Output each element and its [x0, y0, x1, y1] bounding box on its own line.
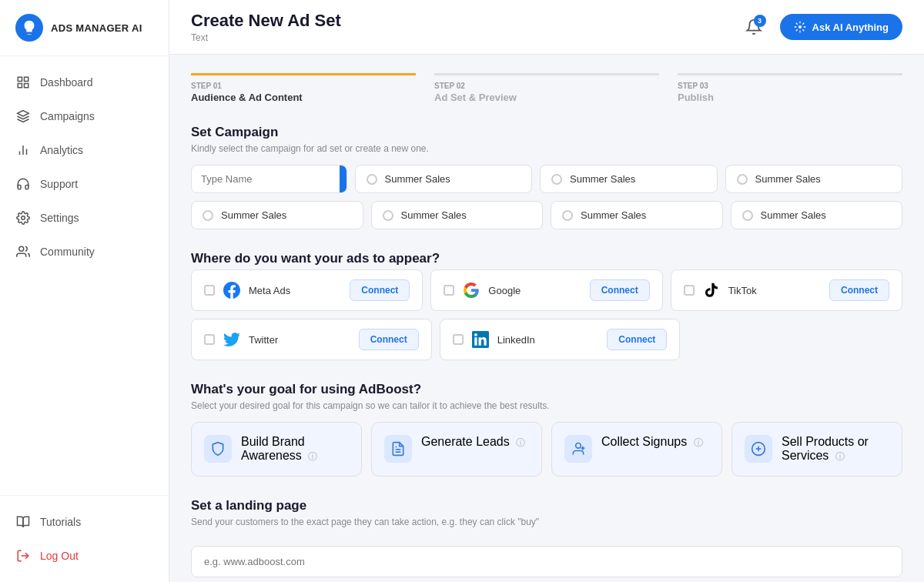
bar-chart-icon — [15, 142, 31, 158]
google-checkbox[interactable] — [444, 285, 454, 296]
sidebar-item-campaigns[interactable]: Campaigns — [0, 99, 169, 133]
page-header: Create New Ad Set Text — [191, 11, 341, 43]
steps-indicator: STEP 01 Audience & Ad Content STEP 02 Ad… — [191, 73, 902, 103]
radio-3 — [737, 174, 748, 185]
campaign-item-3-label: Summer Sales — [755, 173, 821, 185]
sidebar-item-community-label: Community — [40, 246, 95, 258]
platform-linkedin: LinkedIn Connect — [440, 319, 681, 360]
google-connect-button[interactable]: Connect — [590, 279, 650, 301]
twitter-checkbox[interactable] — [204, 334, 215, 345]
set-campaign-title: Set Campaign — [191, 125, 902, 140]
ad-platforms-title: Where do you want your ads to appear? — [191, 251, 902, 266]
platform-row-2: Twitter Connect LinkedIn Connect — [191, 319, 902, 360]
svg-point-8 — [22, 216, 25, 220]
campaign-item-3[interactable]: Summer Sales — [725, 165, 903, 193]
ai-button-label: Ask AI Anything — [812, 22, 889, 33]
radio-6 — [562, 210, 573, 221]
tiktok-checkbox[interactable] — [684, 285, 695, 296]
set-campaign-section: Set Campaign Kindly select the campaign … — [191, 125, 902, 229]
sidebar-item-support[interactable]: Support — [0, 167, 169, 201]
landing-page-input[interactable] — [191, 546, 902, 577]
headphones-icon — [15, 176, 31, 192]
campaign-name-input[interactable] — [192, 166, 340, 192]
goals-title: What's your goal for using AdBoost? — [191, 382, 902, 397]
sidebar-item-settings[interactable]: Settings — [0, 201, 169, 235]
sidebar-bottom: Tutorials Log Out — [0, 495, 169, 582]
layers-icon — [15, 109, 31, 124]
linkedin-checkbox[interactable] — [453, 334, 464, 345]
platform-google: Google Connect — [430, 269, 662, 311]
sidebar-item-support-label: Support — [40, 178, 78, 190]
linkedin-connect-button[interactable]: Connect — [607, 329, 667, 350]
ai-button[interactable]: Ask AI Anything — [780, 14, 902, 40]
sidebar-nav: Dashboard Campaigns Analytics Support Se… — [0, 56, 169, 495]
campaign-item-2-label: Summer Sales — [570, 173, 635, 185]
step-1-label: Audience & Ad Content — [191, 92, 416, 103]
page-subtitle: Text — [191, 32, 341, 43]
goal-brand-awareness[interactable]: Build Brand Awareness ⓘ — [191, 422, 362, 477]
sidebar-item-logout[interactable]: Log Out — [0, 539, 169, 573]
sell-info-icon: ⓘ — [835, 451, 845, 462]
campaign-item-4[interactable]: Summer Sales — [191, 201, 363, 229]
sidebar-item-dashboard-label: Dashboard — [40, 76, 93, 89]
step-3-number: STEP 03 — [678, 82, 902, 90]
campaign-item-1[interactable]: Summer Sales — [355, 165, 533, 193]
ad-platforms-section: Where do you want your ads to appear? Me… — [191, 251, 902, 360]
step-1: STEP 01 Audience & Ad Content — [191, 73, 416, 103]
google-name: Google — [488, 285, 581, 296]
book-icon — [15, 514, 31, 530]
svg-rect-0 — [18, 77, 22, 81]
sidebar-item-community[interactable]: Community — [0, 235, 169, 269]
tiktok-logo — [702, 281, 721, 299]
tiktok-connect-button[interactable]: Connect — [829, 279, 889, 301]
create-campaign-button[interactable]: Create — [340, 166, 347, 192]
twitter-connect-button[interactable]: Connect — [359, 329, 419, 350]
meta-connect-button[interactable]: Connect — [350, 279, 410, 301]
signups-info-icon: ⓘ — [694, 437, 703, 448]
doc-icon — [384, 435, 412, 463]
user-plus-icon — [564, 435, 592, 463]
platform-row-1: Meta Ads Connect Google Connect — [191, 269, 902, 311]
twitter-name: Twitter — [249, 334, 351, 346]
topbar-right: 3 Ask AI Anything — [740, 13, 902, 41]
meta-checkbox[interactable] — [204, 285, 215, 296]
notification-button[interactable]: 3 — [740, 13, 768, 41]
goal-generate-leads[interactable]: Generate Leads ⓘ — [371, 422, 542, 477]
campaign-item-2[interactable]: Summer Sales — [540, 165, 718, 193]
svg-point-14 — [576, 443, 581, 449]
svg-marker-4 — [18, 111, 29, 117]
sidebar-item-tutorials[interactable]: Tutorials — [0, 505, 169, 539]
step-2-line — [434, 73, 659, 75]
campaign-item-7[interactable]: Summer Sales — [731, 201, 903, 229]
campaign-item-6[interactable]: Summer Sales — [551, 201, 723, 229]
sidebar-logo: ADS MANAGER AI — [0, 0, 169, 56]
platforms-grid: Meta Ads Connect Google Connect — [191, 269, 902, 360]
radio-5 — [383, 210, 393, 221]
campaign-item-4-label: Summer Sales — [221, 209, 286, 221]
platform-tiktok: TikTok Connect — [671, 269, 902, 311]
sidebar-item-campaigns-label: Campaigns — [40, 110, 95, 122]
sidebar-item-dashboard[interactable]: Dashboard — [0, 65, 169, 99]
goal-brand-label: Build Brand Awareness ⓘ — [241, 435, 349, 463]
campaign-item-7-label: Summer Sales — [761, 209, 826, 221]
step-3-label: Publish — [678, 92, 902, 103]
campaign-item-5[interactable]: Summer Sales — [371, 201, 544, 229]
sidebar-item-analytics[interactable]: Analytics — [0, 133, 169, 167]
shield-icon — [204, 435, 232, 463]
tiktok-name: TikTok — [728, 285, 822, 296]
sidebar-item-logout-label: Log Out — [40, 550, 79, 562]
notification-badge: 3 — [754, 15, 766, 27]
content-area: STEP 01 Audience & Ad Content STEP 02 Ad… — [169, 55, 924, 582]
logo-text: ADS MANAGER AI — [51, 22, 142, 34]
platform-meta: Meta Ads Connect — [191, 269, 423, 311]
goal-sell-products[interactable]: Sell Products or Services ⓘ — [732, 422, 902, 477]
settings-icon — [15, 210, 31, 226]
dollar-icon — [745, 435, 772, 463]
goal-sell-label: Sell Products or Services ⓘ — [782, 435, 889, 463]
logout-icon — [15, 548, 31, 564]
radio-1 — [367, 174, 377, 185]
campaign-row-2: Summer Sales Summer Sales Summer Sales S… — [191, 201, 902, 229]
step-1-number: STEP 01 — [191, 82, 416, 90]
svg-point-9 — [19, 246, 24, 251]
goal-collect-signups[interactable]: Collect Signups ⓘ — [551, 422, 722, 477]
